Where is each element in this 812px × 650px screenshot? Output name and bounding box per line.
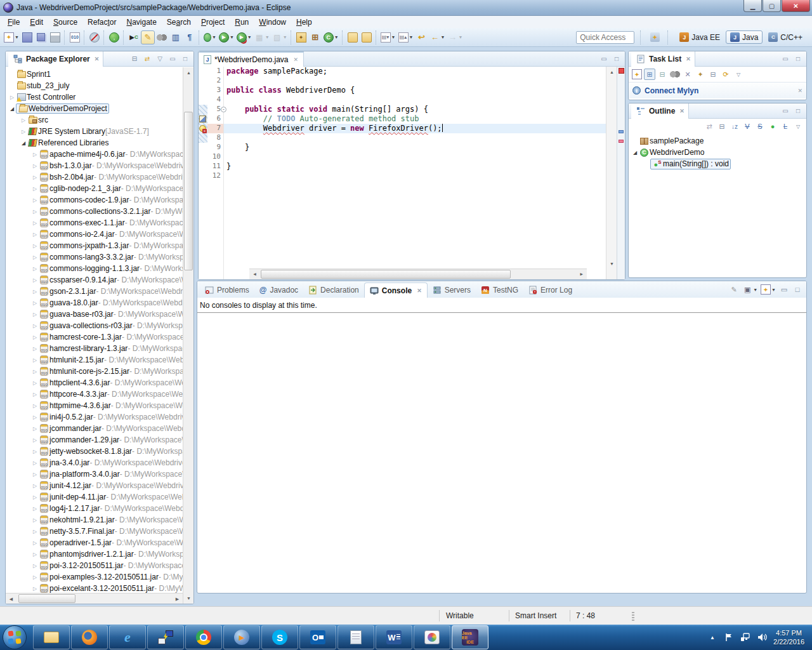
forward-button[interactable]: →▼	[446, 30, 464, 44]
project-tree-item[interactable]: ▷010phantomjsdriver-1.2.1.jar - D:\MyWor…	[6, 548, 183, 560]
minimize-panel-button[interactable]: ▭	[780, 105, 791, 117]
maximize-button[interactable]: □	[792, 284, 803, 295]
view-menu-button[interactable]: ▽	[733, 69, 744, 80]
collapsed-arrow-icon[interactable]: ▷	[31, 472, 39, 477]
editor-tab[interactable]: J *WebdriverDemo.java ✕	[199, 51, 304, 67]
start-button[interactable]	[3, 625, 27, 649]
project-tree-item[interactable]: ▷010log4j-1.2.17.jar - D:\MyWorkspace\We…	[6, 503, 183, 514]
project-tree-item[interactable]: ▷010netty-3.5.7.Final.jar - D:\MyWorkspa…	[6, 526, 183, 537]
scheduled-button[interactable]: ⊟	[657, 69, 668, 80]
collapsed-arrow-icon[interactable]: ▷	[31, 574, 39, 580]
maximize-panel-button[interactable]: □	[180, 53, 191, 65]
taskbar-outlook-button[interactable]: O	[299, 625, 336, 649]
debug-button[interactable]: ▼	[202, 30, 218, 44]
binary-view-button[interactable]: 010	[68, 30, 82, 44]
project-tree-item[interactable]: ▷010apache-mime4j-0.6.jar - D:\MyWorkspa…	[6, 149, 183, 160]
collapsed-arrow-icon[interactable]: ▷	[31, 209, 39, 215]
expanded-arrow-icon[interactable]: ◢	[631, 150, 639, 156]
print-button[interactable]	[48, 30, 62, 44]
perspective-javaee[interactable]: JJava EE	[675, 30, 724, 44]
error-marker[interactable]	[619, 140, 624, 143]
run-external-tool-button[interactable]: ▶▼	[235, 30, 253, 44]
taskbar-chrome-button[interactable]	[185, 625, 222, 649]
new-wizard-button[interactable]: ✦▼	[3, 30, 20, 44]
console-tab-declaration[interactable]: Declaration	[303, 282, 364, 298]
focus-on-workweek-button[interactable]: ✦	[695, 69, 706, 80]
project-tree-item[interactable]: ▷010commons-collections-3.2.1.jar - D:\M…	[6, 206, 183, 217]
menu-help[interactable]: Help	[291, 17, 317, 28]
console-tab-problems[interactable]: Problems	[200, 282, 254, 298]
highlighter-button[interactable]: ✎	[141, 30, 155, 44]
code-area[interactable]: package samplePackage;public class Webdr…	[224, 67, 606, 279]
project-tree-item[interactable]: ▷010jcommander.jar - D:\MyWorkspace\Webd…	[6, 423, 183, 434]
new-task-button[interactable]: ✦	[631, 69, 643, 80]
hide-non-public-button[interactable]: ●	[767, 121, 778, 132]
collapsed-arrow-icon[interactable]: ▷	[31, 483, 39, 489]
link-with-editor-button[interactable]: ⇄	[704, 121, 715, 132]
project-tree-item[interactable]: ▷Test Controller	[6, 91, 183, 103]
hide-fields-button[interactable]: V	[742, 121, 753, 132]
package-explorer-hscrollbar[interactable]: ◀ ▶	[6, 593, 183, 604]
package-explorer-vscrollbar[interactable]: ▲ ▼	[183, 67, 193, 604]
collapsed-arrow-icon[interactable]: ▷	[31, 152, 39, 157]
project-tree-item[interactable]: ▷010httpmime-4.3.6.jar - D:\MyWorkspace\…	[6, 400, 183, 411]
taskbar-paint-button[interactable]	[414, 625, 450, 649]
collapsed-arrow-icon[interactable]: ▷	[31, 460, 39, 466]
code-line-12[interactable]	[224, 171, 606, 181]
code-line-1[interactable]: package samplePackage;	[224, 67, 606, 76]
taskbar-word-button[interactable]: W	[376, 625, 412, 649]
new-java-project-button[interactable]: ✦	[294, 30, 308, 44]
view-menu-button[interactable]: ▽	[154, 53, 166, 65]
synchronize-button[interactable]: ⟳	[720, 69, 731, 80]
network-icon[interactable]	[740, 632, 750, 642]
task-marker-icon[interactable]	[199, 116, 206, 123]
menu-run[interactable]: Run	[230, 17, 254, 28]
code-line-2[interactable]	[224, 76, 606, 86]
project-tree-item[interactable]: ▷010ini4j-0.5.2.jar - D:\MyWorkspace\Web…	[6, 411, 183, 423]
console-tab-javadoc[interactable]: @Javadoc	[254, 282, 303, 298]
project-tree-item[interactable]: ▷010httpclient-4.3.6.jar - D:\MyWorkspac…	[6, 377, 183, 388]
collapsed-arrow-icon[interactable]: ▷	[31, 243, 39, 249]
taskbar-eclipse-button[interactable]: Java EEIDE	[452, 625, 488, 649]
collapsed-arrow-icon[interactable]: ▷	[31, 437, 39, 443]
project-tree-item[interactable]: ▷010bsh-1.3.0.jar - D:\MyWorkspace\Webdr…	[6, 160, 183, 171]
collapsed-arrow-icon[interactable]: ▷	[31, 540, 39, 546]
tab-outline[interactable]: Outline ✕	[631, 103, 689, 119]
taskbar-notepad-button[interactable]	[337, 625, 374, 649]
code-recommenders-button[interactable]: ▶C	[127, 30, 141, 44]
collapsed-arrow-icon[interactable]: ▷	[31, 266, 39, 272]
minimize-panel-button[interactable]: ▭	[167, 53, 178, 65]
console-tab-error-log[interactable]: Error Log	[523, 282, 577, 298]
volume-icon[interactable]	[757, 632, 767, 642]
tab-task-list[interactable]: Task List ✕	[631, 51, 695, 67]
project-tree-item[interactable]: ▷010poi-examples-3.12-20150511.jar - D:\…	[6, 571, 183, 583]
quick-access-input[interactable]	[576, 31, 634, 44]
collapsed-arrow-icon[interactable]: ▷	[31, 494, 39, 500]
project-tree-item[interactable]: ▷src	[6, 114, 183, 126]
overview-ruler[interactable]	[617, 67, 625, 279]
minimize-button[interactable]: ▁	[743, 0, 762, 12]
profile-button[interactable]: ▧▼	[271, 30, 289, 44]
project-tree-item[interactable]: ▷010hamcrest-core-1.3.jar - D:\MyWorkspa…	[6, 331, 183, 343]
project-tree-item[interactable]: ▷010junit-4.12.jar - D:\MyWorkspace\Webd…	[6, 480, 183, 491]
collapsed-arrow-icon[interactable]: ▷	[31, 392, 39, 397]
hide-local-types-button[interactable]: L	[780, 121, 791, 132]
prev-annotation-button[interactable]: ▤▴▼	[397, 30, 415, 44]
pin-console-button[interactable]: ✎	[728, 284, 740, 295]
open-console-button[interactable]: ✦▼	[760, 284, 776, 295]
save-button[interactable]	[20, 30, 34, 44]
project-tree-item[interactable]: Sprint1	[6, 69, 183, 80]
code-line-4[interactable]	[224, 95, 606, 105]
taskbar-media-player-button[interactable]: ▶	[223, 625, 260, 649]
collapse-all-button[interactable]: ⊟	[716, 121, 728, 132]
code-line-10[interactable]	[224, 152, 606, 162]
project-tree-item[interactable]: ▷010commons-jxpath-1.3.jar - D:\MyWorksp…	[6, 240, 183, 251]
code-line-5[interactable]: public static void main(String[] args) {	[224, 105, 606, 114]
editor-vscrollbar[interactable]: ▲ ▼	[606, 67, 617, 279]
close-button[interactable]: ✕	[782, 0, 810, 12]
project-tree-item[interactable]: ▷010cglib-nodep-2.1_3.jar - D:\MyWorkspa…	[6, 183, 183, 194]
connect-mylyn-banner[interactable]: i Connect Mylyn ✕	[629, 82, 806, 98]
show-whitespace-button[interactable]: ¶	[183, 30, 197, 44]
sort-button[interactable]: ↓z	[729, 121, 740, 132]
outline-tree-item[interactable]: ◢CWebdriverDemo	[629, 147, 806, 158]
